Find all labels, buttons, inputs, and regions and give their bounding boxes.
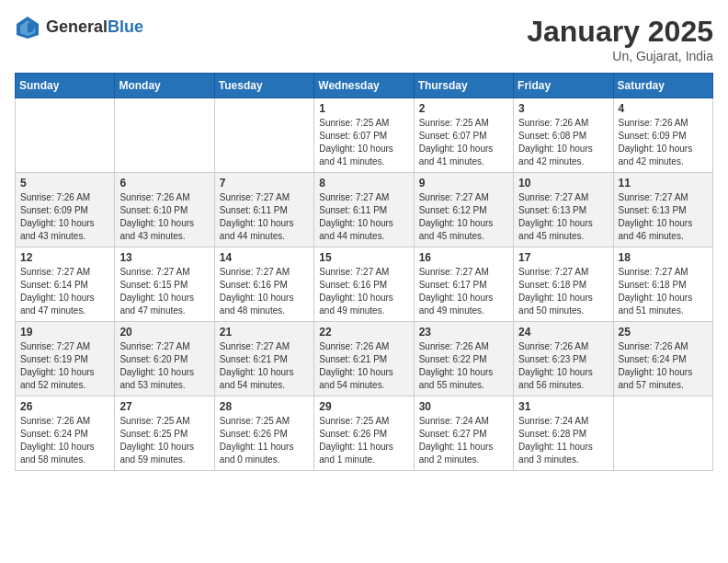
day-number: 17 [518, 251, 608, 264]
day-number: 13 [119, 251, 209, 264]
day-info: Sunrise: 7:27 AM Sunset: 6:21 PM Dayligh… [220, 340, 309, 392]
day-info: Sunrise: 7:26 AM Sunset: 6:08 PM Dayligh… [518, 117, 608, 168]
day-info: Sunrise: 7:27 AM Sunset: 6:18 PM Dayligh… [619, 266, 708, 317]
col-header-saturday: Saturday [613, 74, 712, 98]
col-header-friday: Friday [514, 74, 613, 98]
calendar-cell: 22Sunrise: 7:26 AM Sunset: 6:21 PM Dayli… [314, 322, 414, 396]
day-info: Sunrise: 7:25 AM Sunset: 6:07 PM Dayligh… [419, 117, 508, 168]
calendar-cell: 3Sunrise: 7:26 AM Sunset: 6:08 PM Daylig… [514, 98, 613, 173]
day-number: 1 [319, 102, 408, 115]
day-number: 25 [619, 326, 708, 339]
calendar-cell: 7Sunrise: 7:27 AM Sunset: 6:11 PM Daylig… [214, 173, 313, 247]
calendar-cell: 11Sunrise: 7:27 AM Sunset: 6:13 PM Dayli… [613, 173, 712, 247]
day-number: 12 [20, 251, 109, 264]
calendar-cell: 4Sunrise: 7:26 AM Sunset: 6:09 PM Daylig… [613, 98, 712, 173]
calendar-cell: 5Sunrise: 7:26 AM Sunset: 6:09 PM Daylig… [16, 173, 115, 247]
day-info: Sunrise: 7:27 AM Sunset: 6:14 PM Dayligh… [20, 266, 109, 317]
day-number: 3 [518, 102, 608, 115]
day-number: 23 [419, 326, 508, 339]
day-number: 22 [319, 326, 408, 339]
day-number: 8 [319, 177, 408, 190]
calendar-cell: 23Sunrise: 7:26 AM Sunset: 6:22 PM Dayli… [414, 322, 513, 396]
calendar-cell: 1Sunrise: 7:25 AM Sunset: 6:07 PM Daylig… [314, 98, 414, 173]
day-info: Sunrise: 7:26 AM Sunset: 6:23 PM Dayligh… [518, 340, 608, 392]
calendar-cell: 14Sunrise: 7:27 AM Sunset: 6:16 PM Dayli… [214, 247, 313, 322]
day-number: 18 [619, 251, 708, 264]
calendar-cell [214, 98, 313, 173]
calendar-cell [16, 98, 115, 173]
calendar-cell: 10Sunrise: 7:27 AM Sunset: 6:13 PM Dayli… [514, 173, 613, 247]
day-info: Sunrise: 7:27 AM Sunset: 6:16 PM Dayligh… [319, 266, 408, 317]
day-number: 28 [220, 400, 309, 413]
calendar-cell: 6Sunrise: 7:26 AM Sunset: 6:10 PM Daylig… [115, 173, 214, 247]
calendar-cell: 24Sunrise: 7:26 AM Sunset: 6:23 PM Dayli… [514, 322, 613, 396]
calendar-cell: 26Sunrise: 7:26 AM Sunset: 6:24 PM Dayli… [16, 396, 115, 471]
calendar-cell: 31Sunrise: 7:24 AM Sunset: 6:28 PM Dayli… [514, 396, 613, 471]
day-number: 11 [619, 177, 708, 190]
col-header-wednesday: Wednesday [314, 74, 414, 98]
col-header-thursday: Thursday [414, 74, 513, 98]
calendar-cell: 27Sunrise: 7:25 AM Sunset: 6:25 PM Dayli… [115, 396, 214, 471]
day-number: 4 [619, 102, 708, 115]
day-number: 26 [20, 400, 109, 413]
calendar-cell: 2Sunrise: 7:25 AM Sunset: 6:07 PM Daylig… [414, 98, 513, 173]
calendar-cell: 8Sunrise: 7:27 AM Sunset: 6:11 PM Daylig… [314, 173, 414, 247]
day-number: 10 [518, 177, 608, 190]
calendar-cell: 17Sunrise: 7:27 AM Sunset: 6:18 PM Dayli… [514, 247, 613, 322]
col-header-tuesday: Tuesday [214, 74, 313, 98]
title-block: January 2025 Un, Gujarat, India [527, 15, 713, 63]
calendar-week-row: 26Sunrise: 7:26 AM Sunset: 6:24 PM Dayli… [16, 396, 713, 471]
day-number: 5 [20, 177, 109, 190]
calendar-cell: 18Sunrise: 7:27 AM Sunset: 6:18 PM Dayli… [613, 247, 712, 322]
day-info: Sunrise: 7:27 AM Sunset: 6:17 PM Dayligh… [419, 266, 508, 317]
day-info: Sunrise: 7:25 AM Sunset: 6:26 PM Dayligh… [220, 415, 309, 466]
col-header-sunday: Sunday [16, 74, 115, 98]
day-info: Sunrise: 7:27 AM Sunset: 6:15 PM Dayligh… [119, 266, 209, 317]
calendar-cell: 15Sunrise: 7:27 AM Sunset: 6:16 PM Dayli… [314, 247, 414, 322]
day-info: Sunrise: 7:24 AM Sunset: 6:28 PM Dayligh… [518, 415, 608, 466]
day-info: Sunrise: 7:26 AM Sunset: 6:09 PM Dayligh… [619, 117, 708, 168]
day-info: Sunrise: 7:26 AM Sunset: 6:21 PM Dayligh… [319, 340, 408, 392]
calendar-week-row: 5Sunrise: 7:26 AM Sunset: 6:09 PM Daylig… [16, 173, 713, 247]
day-number: 2 [419, 102, 508, 115]
day-number: 27 [119, 400, 209, 413]
calendar-week-row: 12Sunrise: 7:27 AM Sunset: 6:14 PM Dayli… [16, 247, 713, 322]
calendar-cell: 30Sunrise: 7:24 AM Sunset: 6:27 PM Dayli… [414, 396, 513, 471]
calendar-week-row: 19Sunrise: 7:27 AM Sunset: 6:19 PM Dayli… [16, 322, 713, 396]
day-number: 29 [319, 400, 408, 413]
location: Un, Gujarat, India [527, 49, 713, 63]
day-number: 15 [319, 251, 408, 264]
page-header: GeneralBlue January 2025 Un, Gujarat, In… [15, 15, 713, 63]
day-info: Sunrise: 7:24 AM Sunset: 6:27 PM Dayligh… [419, 415, 508, 466]
day-info: Sunrise: 7:27 AM Sunset: 6:11 PM Dayligh… [319, 191, 408, 243]
day-info: Sunrise: 7:27 AM Sunset: 6:16 PM Dayligh… [220, 266, 309, 317]
day-info: Sunrise: 7:27 AM Sunset: 6:13 PM Dayligh… [518, 191, 608, 243]
col-header-monday: Monday [115, 74, 214, 98]
calendar: SundayMondayTuesdayWednesdayThursdayFrid… [15, 73, 713, 471]
day-number: 19 [20, 326, 109, 339]
day-info: Sunrise: 7:27 AM Sunset: 6:18 PM Dayligh… [518, 266, 608, 317]
day-number: 14 [220, 251, 309, 264]
calendar-week-row: 1Sunrise: 7:25 AM Sunset: 6:07 PM Daylig… [16, 98, 713, 173]
calendar-header-row: SundayMondayTuesdayWednesdayThursdayFrid… [16, 74, 713, 98]
day-info: Sunrise: 7:25 AM Sunset: 6:25 PM Dayligh… [119, 415, 209, 466]
day-number: 20 [119, 326, 209, 339]
day-info: Sunrise: 7:26 AM Sunset: 6:09 PM Dayligh… [20, 191, 109, 243]
day-number: 24 [518, 326, 608, 339]
month-title: January 2025 [527, 15, 713, 49]
day-info: Sunrise: 7:27 AM Sunset: 6:13 PM Dayligh… [619, 191, 708, 243]
calendar-cell: 16Sunrise: 7:27 AM Sunset: 6:17 PM Dayli… [414, 247, 513, 322]
day-number: 9 [419, 177, 508, 190]
day-number: 7 [220, 177, 309, 190]
day-info: Sunrise: 7:27 AM Sunset: 6:11 PM Dayligh… [220, 191, 309, 243]
day-number: 21 [220, 326, 309, 339]
calendar-cell: 21Sunrise: 7:27 AM Sunset: 6:21 PM Dayli… [214, 322, 313, 396]
day-number: 30 [419, 400, 508, 413]
day-number: 31 [518, 400, 608, 413]
day-info: Sunrise: 7:26 AM Sunset: 6:10 PM Dayligh… [119, 191, 209, 243]
calendar-cell: 29Sunrise: 7:25 AM Sunset: 6:26 PM Dayli… [314, 396, 414, 471]
logo-icon [15, 15, 40, 40]
calendar-cell: 12Sunrise: 7:27 AM Sunset: 6:14 PM Dayli… [16, 247, 115, 322]
calendar-cell: 13Sunrise: 7:27 AM Sunset: 6:15 PM Dayli… [115, 247, 214, 322]
day-info: Sunrise: 7:26 AM Sunset: 6:24 PM Dayligh… [619, 340, 708, 392]
